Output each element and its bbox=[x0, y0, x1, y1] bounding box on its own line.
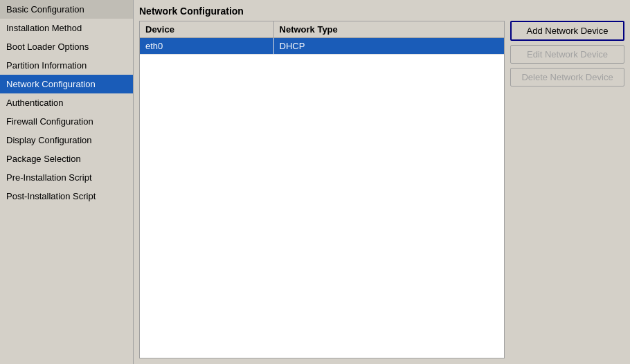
col-device: Device bbox=[140, 21, 273, 38]
delete-network-device-button[interactable]: Delete Network Device bbox=[510, 68, 624, 87]
sidebar-item-boot-loader-options[interactable]: Boot Loader Options bbox=[0, 37, 133, 56]
device-table: Device Network Type eth0DHCP bbox=[140, 21, 504, 55]
sidebar-item-authentication[interactable]: Authentication bbox=[0, 93, 133, 112]
page-title: Network Configuration bbox=[139, 6, 624, 17]
sidebar-item-pre-installation-script[interactable]: Pre-Installation Script bbox=[0, 168, 133, 187]
sidebar-item-partition-information[interactable]: Partition Information bbox=[0, 56, 133, 75]
sidebar-item-installation-method[interactable]: Installation Method bbox=[0, 19, 133, 37]
cell-network-type: DHCP bbox=[273, 38, 504, 55]
device-table-container: Device Network Type eth0DHCP bbox=[139, 21, 505, 358]
main-content: Network Configuration Device Network Typ… bbox=[134, 0, 630, 364]
sidebar-item-package-selection[interactable]: Package Selection bbox=[0, 149, 133, 168]
sidebar-item-firewall-configuration[interactable]: Firewall Configuration bbox=[0, 112, 133, 131]
sidebar: Basic ConfigurationInstallation MethodBo… bbox=[0, 0, 134, 364]
sidebar-item-display-configuration[interactable]: Display Configuration bbox=[0, 131, 133, 149]
cell-device: eth0 bbox=[140, 38, 273, 55]
sidebar-item-post-installation-script[interactable]: Post-Installation Script bbox=[0, 187, 133, 206]
button-panel: Add Network Device Edit Network Device D… bbox=[510, 21, 624, 358]
edit-network-device-button[interactable]: Edit Network Device bbox=[510, 45, 624, 64]
sidebar-item-basic-configuration[interactable]: Basic Configuration bbox=[0, 0, 133, 19]
add-network-device-button[interactable]: Add Network Device bbox=[510, 21, 624, 41]
col-network-type: Network Type bbox=[273, 21, 504, 38]
table-row[interactable]: eth0DHCP bbox=[140, 38, 504, 55]
content-area: Device Network Type eth0DHCP Add Network… bbox=[139, 21, 624, 358]
sidebar-item-network-configuration[interactable]: Network Configuration bbox=[0, 75, 133, 93]
